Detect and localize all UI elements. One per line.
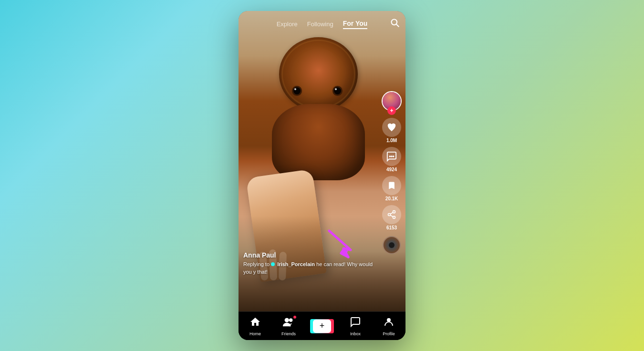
tab-explore[interactable]: Explore xyxy=(277,21,298,28)
profile-label: Profile xyxy=(383,331,395,336)
heart-icon xyxy=(382,118,401,137)
svg-point-13 xyxy=(387,318,391,322)
search-icon[interactable] xyxy=(390,18,400,30)
video-description: Replying to Irish_Porcelain he can read!… xyxy=(243,261,379,276)
svg-line-1 xyxy=(396,24,399,27)
mention-tag[interactable]: Irish_Porcelain xyxy=(277,261,315,267)
svg-point-4 xyxy=(393,155,395,157)
bookmark-count: 20.1K xyxy=(385,196,398,201)
friends-badge-dot xyxy=(293,315,297,319)
plus-icon: + xyxy=(313,320,331,333)
comment-icon xyxy=(382,147,401,166)
nav-inbox[interactable]: Inbox xyxy=(339,316,372,336)
music-disc[interactable] xyxy=(383,236,401,254)
music-disc-inner xyxy=(389,242,395,248)
inbox-label: Inbox xyxy=(350,331,361,336)
top-navigation: Explore Following For You xyxy=(239,11,405,37)
friends-label: Friends xyxy=(281,331,296,336)
svg-line-8 xyxy=(390,215,393,217)
svg-point-5 xyxy=(393,211,395,213)
creator-username[interactable]: Anna Paul xyxy=(243,251,379,259)
comment-count: 4924 xyxy=(386,167,397,172)
bookmark-button[interactable]: 20.1K xyxy=(382,176,401,201)
tab-for-you[interactable]: For You xyxy=(343,20,368,29)
tab-following[interactable]: Following xyxy=(307,21,333,28)
svg-point-0 xyxy=(392,20,397,25)
phone-frame: Explore Following For You + xyxy=(239,11,405,340)
friends-icon xyxy=(282,316,295,330)
nav-create[interactable]: + xyxy=(305,319,339,333)
nav-profile[interactable]: Profile xyxy=(372,316,405,336)
svg-point-11 xyxy=(285,318,289,322)
share-button[interactable]: 6153 xyxy=(382,205,401,230)
reply-prefix: Replying to xyxy=(243,261,271,267)
profile-icon xyxy=(383,316,395,330)
nav-friends[interactable]: Friends xyxy=(272,316,305,336)
like-button[interactable]: 1.0M xyxy=(382,118,401,143)
create-button[interactable]: + xyxy=(312,319,332,333)
home-icon xyxy=(249,316,261,330)
video-area[interactable]: Explore Following For You + xyxy=(239,11,405,311)
creator-avatar-container[interactable]: + xyxy=(382,91,402,111)
svg-point-6 xyxy=(388,214,391,216)
video-info: Anna Paul Replying to Irish_Porcelain he… xyxy=(243,251,379,276)
arrow-pointer xyxy=(320,224,358,264)
svg-line-9 xyxy=(390,212,393,214)
share-count: 6153 xyxy=(386,225,397,230)
nav-home[interactable]: Home xyxy=(239,316,272,336)
svg-point-3 xyxy=(391,155,393,157)
svg-point-2 xyxy=(389,155,391,157)
like-count: 1.0M xyxy=(386,138,397,143)
share-icon xyxy=(382,205,401,224)
bottom-navigation: Home Friends + xyxy=(239,311,405,340)
svg-point-12 xyxy=(289,318,292,321)
bookmark-icon xyxy=(382,176,401,195)
comment-button[interactable]: 4924 xyxy=(382,147,401,172)
inbox-icon xyxy=(350,316,361,330)
svg-point-7 xyxy=(393,216,395,218)
home-label: Home xyxy=(249,331,261,336)
follow-button[interactable]: + xyxy=(387,106,396,115)
right-action-panel: + 1.0M xyxy=(382,91,402,254)
